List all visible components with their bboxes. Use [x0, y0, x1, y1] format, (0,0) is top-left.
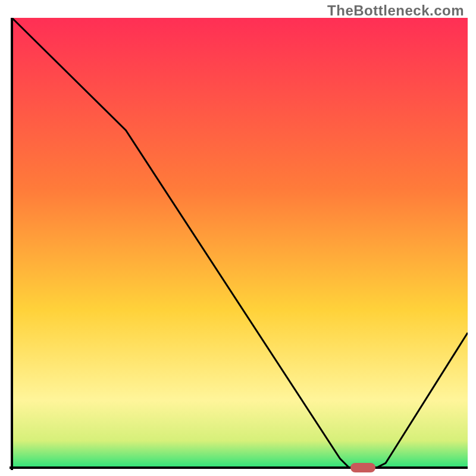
- chart-container: TheBottleneck.com: [0, 0, 476, 476]
- bottleneck-chart: [0, 0, 476, 476]
- optimal-marker: [350, 463, 375, 472]
